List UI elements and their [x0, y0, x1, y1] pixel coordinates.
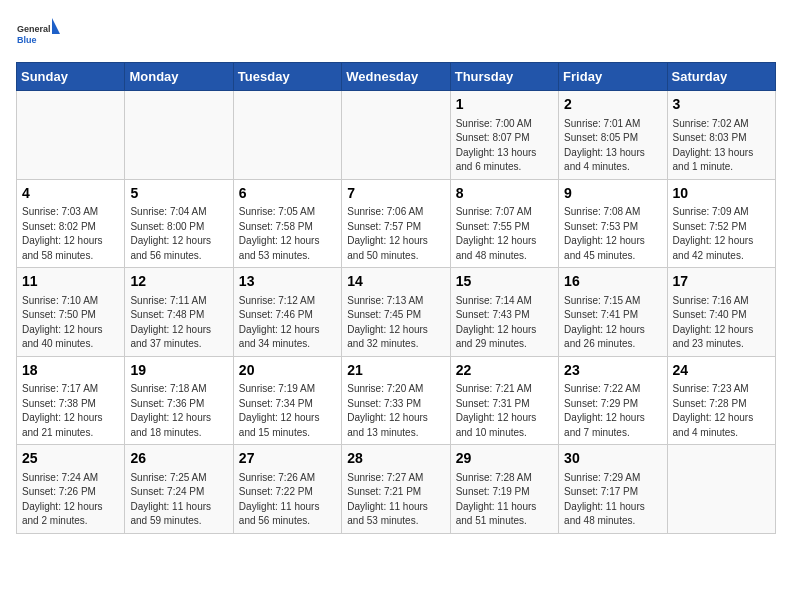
- day-number: 8: [456, 184, 553, 204]
- day-detail: Sunrise: 7:10 AMSunset: 7:50 PMDaylight:…: [22, 294, 119, 352]
- svg-text:Blue: Blue: [17, 35, 37, 45]
- day-number: 28: [347, 449, 444, 469]
- day-detail: Sunrise: 7:03 AMSunset: 8:02 PMDaylight:…: [22, 205, 119, 263]
- day-header-monday: Monday: [125, 63, 233, 91]
- calendar-cell: 1Sunrise: 7:00 AMSunset: 8:07 PMDaylight…: [450, 91, 558, 180]
- calendar-header-row: SundayMondayTuesdayWednesdayThursdayFrid…: [17, 63, 776, 91]
- day-detail: Sunrise: 7:06 AMSunset: 7:57 PMDaylight:…: [347, 205, 444, 263]
- week-row-3: 11Sunrise: 7:10 AMSunset: 7:50 PMDayligh…: [17, 268, 776, 357]
- calendar-cell: [667, 445, 775, 534]
- day-detail: Sunrise: 7:04 AMSunset: 8:00 PMDaylight:…: [130, 205, 227, 263]
- day-number: 21: [347, 361, 444, 381]
- day-detail: Sunrise: 7:00 AMSunset: 8:07 PMDaylight:…: [456, 117, 553, 175]
- day-number: 15: [456, 272, 553, 292]
- day-detail: Sunrise: 7:28 AMSunset: 7:19 PMDaylight:…: [456, 471, 553, 529]
- day-number: 1: [456, 95, 553, 115]
- calendar-cell: [233, 91, 341, 180]
- day-number: 24: [673, 361, 770, 381]
- week-row-5: 25Sunrise: 7:24 AMSunset: 7:26 PMDayligh…: [17, 445, 776, 534]
- day-detail: Sunrise: 7:15 AMSunset: 7:41 PMDaylight:…: [564, 294, 661, 352]
- day-header-saturday: Saturday: [667, 63, 775, 91]
- day-number: 11: [22, 272, 119, 292]
- calendar-cell: [125, 91, 233, 180]
- day-detail: Sunrise: 7:24 AMSunset: 7:26 PMDaylight:…: [22, 471, 119, 529]
- week-row-1: 1Sunrise: 7:00 AMSunset: 8:07 PMDaylight…: [17, 91, 776, 180]
- calendar-cell: [17, 91, 125, 180]
- calendar-cell: 3Sunrise: 7:02 AMSunset: 8:03 PMDaylight…: [667, 91, 775, 180]
- day-header-wednesday: Wednesday: [342, 63, 450, 91]
- calendar-cell: 14Sunrise: 7:13 AMSunset: 7:45 PMDayligh…: [342, 268, 450, 357]
- day-number: 27: [239, 449, 336, 469]
- day-detail: Sunrise: 7:21 AMSunset: 7:31 PMDaylight:…: [456, 382, 553, 440]
- day-number: 9: [564, 184, 661, 204]
- day-header-sunday: Sunday: [17, 63, 125, 91]
- day-detail: Sunrise: 7:02 AMSunset: 8:03 PMDaylight:…: [673, 117, 770, 175]
- calendar-cell: 7Sunrise: 7:06 AMSunset: 7:57 PMDaylight…: [342, 179, 450, 268]
- calendar-cell: 9Sunrise: 7:08 AMSunset: 7:53 PMDaylight…: [559, 179, 667, 268]
- day-number: 19: [130, 361, 227, 381]
- day-number: 10: [673, 184, 770, 204]
- calendar-cell: 19Sunrise: 7:18 AMSunset: 7:36 PMDayligh…: [125, 356, 233, 445]
- day-detail: Sunrise: 7:13 AMSunset: 7:45 PMDaylight:…: [347, 294, 444, 352]
- svg-text:General: General: [17, 24, 51, 34]
- calendar-cell: 27Sunrise: 7:26 AMSunset: 7:22 PMDayligh…: [233, 445, 341, 534]
- calendar-cell: 12Sunrise: 7:11 AMSunset: 7:48 PMDayligh…: [125, 268, 233, 357]
- calendar-table: SundayMondayTuesdayWednesdayThursdayFrid…: [16, 62, 776, 534]
- calendar-cell: 21Sunrise: 7:20 AMSunset: 7:33 PMDayligh…: [342, 356, 450, 445]
- day-number: 18: [22, 361, 119, 381]
- calendar-cell: 2Sunrise: 7:01 AMSunset: 8:05 PMDaylight…: [559, 91, 667, 180]
- calendar-cell: 8Sunrise: 7:07 AMSunset: 7:55 PMDaylight…: [450, 179, 558, 268]
- day-detail: Sunrise: 7:14 AMSunset: 7:43 PMDaylight:…: [456, 294, 553, 352]
- day-detail: Sunrise: 7:19 AMSunset: 7:34 PMDaylight:…: [239, 382, 336, 440]
- day-detail: Sunrise: 7:25 AMSunset: 7:24 PMDaylight:…: [130, 471, 227, 529]
- day-detail: Sunrise: 7:18 AMSunset: 7:36 PMDaylight:…: [130, 382, 227, 440]
- day-number: 29: [456, 449, 553, 469]
- calendar-cell: [342, 91, 450, 180]
- calendar-cell: 17Sunrise: 7:16 AMSunset: 7:40 PMDayligh…: [667, 268, 775, 357]
- day-header-friday: Friday: [559, 63, 667, 91]
- calendar-cell: 5Sunrise: 7:04 AMSunset: 8:00 PMDaylight…: [125, 179, 233, 268]
- day-detail: Sunrise: 7:20 AMSunset: 7:33 PMDaylight:…: [347, 382, 444, 440]
- day-number: 2: [564, 95, 661, 115]
- calendar-cell: 6Sunrise: 7:05 AMSunset: 7:58 PMDaylight…: [233, 179, 341, 268]
- calendar-cell: 18Sunrise: 7:17 AMSunset: 7:38 PMDayligh…: [17, 356, 125, 445]
- day-detail: Sunrise: 7:11 AMSunset: 7:48 PMDaylight:…: [130, 294, 227, 352]
- day-number: 6: [239, 184, 336, 204]
- day-number: 3: [673, 95, 770, 115]
- day-detail: Sunrise: 7:26 AMSunset: 7:22 PMDaylight:…: [239, 471, 336, 529]
- calendar-cell: 28Sunrise: 7:27 AMSunset: 7:21 PMDayligh…: [342, 445, 450, 534]
- calendar-cell: 20Sunrise: 7:19 AMSunset: 7:34 PMDayligh…: [233, 356, 341, 445]
- day-detail: Sunrise: 7:22 AMSunset: 7:29 PMDaylight:…: [564, 382, 661, 440]
- day-detail: Sunrise: 7:12 AMSunset: 7:46 PMDaylight:…: [239, 294, 336, 352]
- day-number: 23: [564, 361, 661, 381]
- calendar-cell: 4Sunrise: 7:03 AMSunset: 8:02 PMDaylight…: [17, 179, 125, 268]
- calendar-cell: 10Sunrise: 7:09 AMSunset: 7:52 PMDayligh…: [667, 179, 775, 268]
- day-number: 14: [347, 272, 444, 292]
- day-detail: Sunrise: 7:16 AMSunset: 7:40 PMDaylight:…: [673, 294, 770, 352]
- calendar-cell: 26Sunrise: 7:25 AMSunset: 7:24 PMDayligh…: [125, 445, 233, 534]
- day-header-tuesday: Tuesday: [233, 63, 341, 91]
- svg-marker-2: [52, 18, 60, 34]
- day-number: 25: [22, 449, 119, 469]
- day-number: 30: [564, 449, 661, 469]
- day-number: 12: [130, 272, 227, 292]
- day-detail: Sunrise: 7:05 AMSunset: 7:58 PMDaylight:…: [239, 205, 336, 263]
- calendar-cell: 25Sunrise: 7:24 AMSunset: 7:26 PMDayligh…: [17, 445, 125, 534]
- day-detail: Sunrise: 7:07 AMSunset: 7:55 PMDaylight:…: [456, 205, 553, 263]
- day-number: 20: [239, 361, 336, 381]
- calendar-cell: 16Sunrise: 7:15 AMSunset: 7:41 PMDayligh…: [559, 268, 667, 357]
- day-detail: Sunrise: 7:23 AMSunset: 7:28 PMDaylight:…: [673, 382, 770, 440]
- day-number: 17: [673, 272, 770, 292]
- calendar-cell: 11Sunrise: 7:10 AMSunset: 7:50 PMDayligh…: [17, 268, 125, 357]
- day-detail: Sunrise: 7:17 AMSunset: 7:38 PMDaylight:…: [22, 382, 119, 440]
- day-number: 4: [22, 184, 119, 204]
- logo-icon: General Blue: [16, 16, 60, 54]
- calendar-cell: 30Sunrise: 7:29 AMSunset: 7:17 PMDayligh…: [559, 445, 667, 534]
- day-number: 16: [564, 272, 661, 292]
- logo: General Blue: [16, 16, 60, 54]
- calendar-cell: 15Sunrise: 7:14 AMSunset: 7:43 PMDayligh…: [450, 268, 558, 357]
- day-number: 5: [130, 184, 227, 204]
- day-detail: Sunrise: 7:01 AMSunset: 8:05 PMDaylight:…: [564, 117, 661, 175]
- calendar-cell: 13Sunrise: 7:12 AMSunset: 7:46 PMDayligh…: [233, 268, 341, 357]
- day-number: 26: [130, 449, 227, 469]
